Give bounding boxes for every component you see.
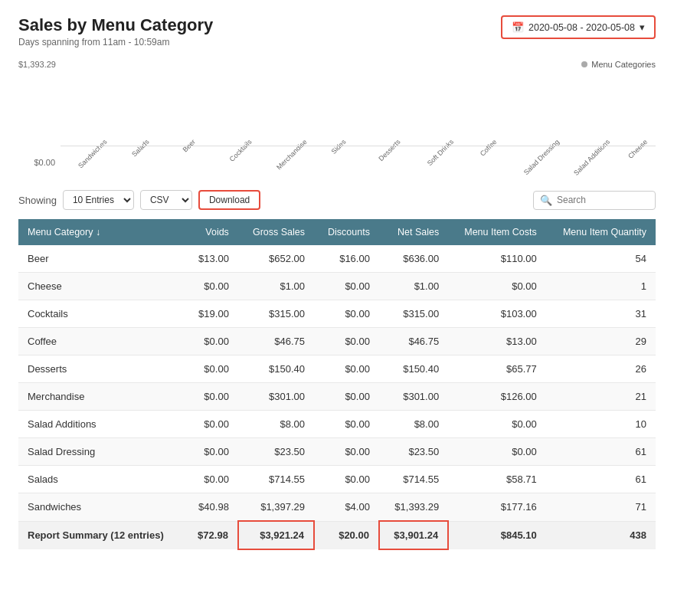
table-row: Sandwiches$40.98$1,397.29$4.00$1,393.29$… [18, 493, 656, 522]
bar-label: Salads [130, 138, 151, 159]
table-header: Menu Category ↓ Voids Gross Sales Discou… [18, 219, 656, 245]
bar-label: Desserts [378, 138, 402, 162]
bar-group: Desserts [359, 133, 407, 146]
bar-label: Salad Dressing [522, 138, 561, 176]
col-gross[interactable]: Gross Sales [238, 219, 314, 245]
page-title: Sales by Menu Category [18, 15, 213, 35]
format-select[interactable]: CSV Excel [140, 190, 192, 210]
search-area[interactable]: 🔍 [533, 191, 656, 210]
bar-group: Salad Dressing [508, 133, 556, 146]
table-row: Cocktails$19.00$315.00$0.00$315.00$103.0… [18, 300, 656, 328]
y-axis-bottom: $0.00 [18, 158, 55, 167]
bar-group: Salad Additions [558, 133, 606, 146]
bar-group: Soft Drinks [408, 133, 456, 146]
bar-group: Cheese [607, 133, 656, 146]
bar-group: Sandwiches [61, 133, 109, 146]
footer-net: $3,901.24 [379, 521, 448, 549]
bar-group: Cocktails [210, 133, 258, 146]
bar-group: Beer [160, 133, 208, 146]
bar-label: Sandwiches [77, 138, 108, 169]
table-row: Coffee$0.00$46.75$0.00$46.75$13.0029 [18, 328, 656, 356]
col-voids[interactable]: Voids [185, 219, 238, 245]
bar-label: Cheese [627, 138, 649, 160]
controls-row: Showing 10 Entries 25 Entries 50 Entries… [18, 190, 656, 210]
bar-label: Merchandise [275, 138, 309, 172]
subtitle: Days spanning from 11am - 10:59am [18, 37, 213, 48]
page-header: Sales by Menu Category Days spanning fro… [18, 15, 656, 48]
bar-label: Cocktails [228, 138, 254, 163]
calendar-icon: 📅 [512, 21, 524, 33]
table-row: Merchandise$0.00$301.00$0.00$301.00$126.… [18, 383, 656, 411]
footer-row: Report Summary (12 entries) $72.98 $3,92… [18, 521, 656, 549]
table-footer: Report Summary (12 entries) $72.98 $3,92… [18, 521, 656, 549]
bar-group: Merchandise [260, 133, 308, 146]
bar-chart: Menu Categories $1,393.29 $0.00 Sandwich… [18, 60, 656, 175]
bar-group: Sides [309, 133, 358, 146]
sales-table: Menu Category ↓ Voids Gross Sales Discou… [18, 219, 656, 550]
footer-voids: $72.98 [185, 521, 238, 549]
bar-label: Salad Additions [572, 138, 611, 177]
table-row: Beer$13.00$652.00$16.00$636.00$110.0054 [18, 245, 656, 273]
bar-group: Salads [110, 133, 159, 146]
col-category[interactable]: Menu Category ↓ [18, 219, 185, 245]
title-section: Sales by Menu Category Days spanning fro… [18, 15, 213, 48]
footer-costs: $845.10 [448, 521, 546, 549]
download-button[interactable]: Download [198, 190, 260, 210]
table-row: Salads$0.00$714.55$0.00$714.55$58.7161 [18, 466, 656, 493]
date-range-label: 2020-05-08 - 2020-05-08 [528, 22, 635, 33]
col-quantity[interactable]: Menu Item Quantity [546, 219, 656, 245]
footer-label: Report Summary (12 entries) [18, 521, 185, 549]
bars-container: SandwichesSaladsBeerCocktailsMerchandise… [61, 67, 656, 146]
footer-quantity: 438 [546, 521, 656, 549]
footer-gross: $3,921.24 [238, 521, 314, 549]
showing-label: Showing [18, 195, 57, 206]
bar-label: Soft Drinks [426, 138, 455, 167]
col-discounts[interactable]: Discounts [314, 219, 379, 245]
y-axis-top: $1,393.29 [18, 60, 55, 69]
baseline [61, 146, 656, 146]
entries-select[interactable]: 10 Entries 25 Entries 50 Entries [63, 190, 134, 210]
table-row: Salad Additions$0.00$8.00$0.00$8.00$0.00… [18, 411, 656, 438]
date-range-picker[interactable]: 📅 2020-05-08 - 2020-05-08 ▾ [501, 15, 656, 39]
table-row: Desserts$0.00$150.40$0.00$150.40$65.7726 [18, 356, 656, 383]
chevron-down-icon: ▾ [640, 21, 645, 33]
footer-discounts: $20.00 [314, 521, 379, 549]
table-row: Cheese$0.00$1.00$0.00$1.00$0.001 [18, 273, 656, 300]
col-net[interactable]: Net Sales [379, 219, 448, 245]
search-icon: 🔍 [540, 195, 552, 206]
col-costs[interactable]: Menu Item Costs [448, 219, 546, 245]
bar-label: Coffee [478, 138, 498, 158]
bar-group: Coffee [458, 133, 506, 146]
bar-label: Sides [329, 138, 347, 156]
y-axis: $1,393.29 $0.00 [18, 60, 55, 167]
search-input[interactable] [557, 195, 649, 205]
table-body: Beer$13.00$652.00$16.00$636.00$110.0054C… [18, 245, 656, 521]
table-row: Salad Dressing$0.00$23.50$0.00$23.50$0.0… [18, 438, 656, 466]
